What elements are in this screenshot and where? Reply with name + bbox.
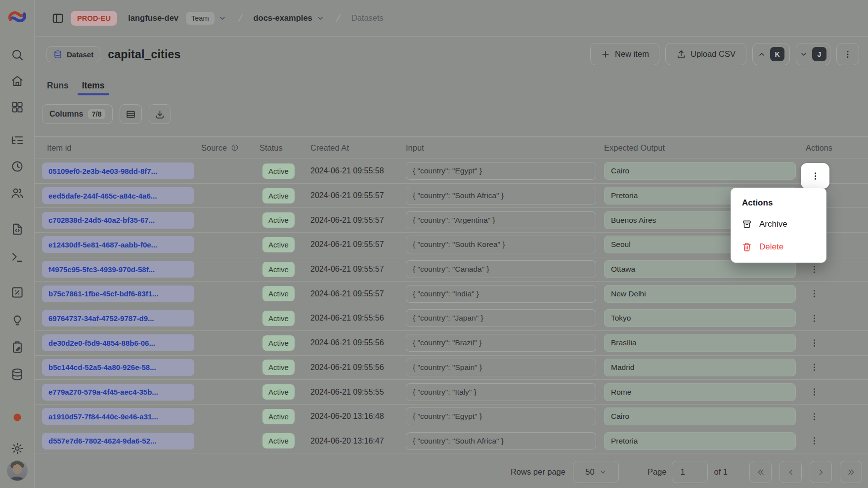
page-number-input[interactable]: 1 [672, 461, 708, 483]
project-switcher-chevron-icon[interactable] [316, 14, 324, 22]
export-button[interactable] [149, 104, 171, 124]
user-avatar[interactable] [7, 460, 28, 481]
status-badge: Active [262, 433, 295, 448]
sidebar-item-prompts-icon[interactable] [10, 223, 24, 236]
row-actions-menu-button[interactable] [804, 407, 824, 426]
item-id-link[interactable]: e779a270-579a-4f45-aec4-35b... [42, 384, 194, 401]
expected-output-cell-wrap: Brasília [604, 331, 802, 355]
langfuse-logo[interactable] [7, 6, 28, 27]
status-cell: Active [260, 257, 310, 282]
tab-items[interactable]: Items [78, 78, 109, 95]
org-breadcrumb[interactable]: langfuse-dev [128, 13, 178, 23]
item-id-link[interactable]: b75c7861-1fbe-45cf-bdf6-83f1... [42, 285, 194, 302]
page-total-label: of 1 [714, 467, 728, 477]
project-breadcrumb[interactable]: docs-examples [254, 13, 312, 23]
new-item-button[interactable]: New item [590, 43, 659, 65]
sidebar-item-users-icon[interactable] [10, 187, 24, 200]
input-cell-wrap: { "country": "Argentina" } [406, 208, 604, 232]
status-cell: Active [260, 282, 310, 306]
first-page-button[interactable] [749, 461, 772, 483]
sidebar-item-playground-icon[interactable] [10, 251, 24, 264]
expected-output-cell-wrap: Rome [604, 380, 802, 404]
row-actions-menu-button-open[interactable] [801, 163, 829, 189]
table-row[interactable]: 69764737-34af-4752-9787-d9... Active 202… [34, 306, 868, 331]
status-badge: Active [262, 163, 295, 179]
expected-output-cell: Pretoria [604, 432, 796, 450]
item-id-link[interactable]: e12430df-5e81-4687-aabb-f0e... [42, 236, 194, 253]
menu-item-delete[interactable]: Delete [735, 236, 822, 258]
org-plan-badge[interactable]: Team [186, 12, 214, 25]
sidebar-item-sessions-icon[interactable] [10, 160, 24, 173]
actions-cell [802, 306, 868, 330]
row-actions-menu-button[interactable] [804, 382, 824, 402]
expected-output-cell: Cairo [604, 407, 796, 425]
table-row[interactable]: b5c144cd-52a5-4a80-926e-58... Active 202… [34, 356, 868, 380]
prev-page-button[interactable] [780, 461, 802, 483]
table-row[interactable]: 05109ef0-2e3b-4e03-98dd-8f7... Active 20… [34, 159, 868, 184]
sidebar-toggle-button[interactable] [51, 12, 64, 25]
rows-icon [126, 109, 136, 120]
created-at-cell: 2024-06-21 09:55:56 [310, 331, 406, 355]
row-actions-menu-button[interactable] [804, 308, 824, 328]
sidebar-item-datasets-icon[interactable] [10, 368, 24, 381]
row-actions-menu-button[interactable] [804, 284, 824, 304]
table-row[interactable]: a1910d57-7f84-440c-9e46-a31... Active 20… [34, 405, 868, 429]
row-height-button[interactable] [120, 104, 142, 124]
upload-csv-button[interactable]: Upload CSV [665, 43, 746, 65]
tab-runs[interactable]: Runs [43, 78, 73, 95]
item-id-link[interactable]: b5c144cd-52a5-4a80-926e-58... [42, 359, 194, 376]
last-page-button[interactable] [840, 461, 862, 483]
source-cell [201, 405, 260, 429]
item-id-link[interactable]: 05109ef0-2e3b-4e03-98dd-8f7... [42, 163, 194, 179]
sidebar-item-home-icon[interactable] [10, 75, 24, 88]
sidebar-item-annotation-icon[interactable] [10, 341, 24, 354]
column-header-expected-output: Expected Output [604, 137, 802, 159]
sidebar-item-tracing-icon[interactable] [10, 134, 24, 147]
sidebar-item-dashboards-icon[interactable] [10, 101, 24, 114]
next-page-button[interactable] [810, 461, 832, 483]
item-id-link[interactable]: c702838d-24d5-40a2-bf35-67... [42, 212, 194, 229]
sidebar-item-search-icon[interactable] [10, 48, 24, 62]
item-id-link[interactable]: d557e7d6-7802-4624-9da6-52... [42, 433, 194, 449]
menu-item-archive[interactable]: Archive [735, 213, 822, 236]
status-cell: Active [260, 429, 310, 453]
table-row[interactable]: b75c7861-1fbe-45cf-bdf6-83f1... Active 2… [34, 282, 868, 306]
sidebar-item-insights-icon[interactable] [10, 314, 24, 327]
input-cell: { "country": "Italy" } [406, 383, 596, 401]
status-badge: Active [262, 409, 295, 424]
previous-item-button[interactable]: K [752, 43, 790, 65]
created-at-cell: 2024-06-21 09:55:56 [310, 306, 406, 330]
row-actions-menu-button[interactable] [804, 431, 824, 451]
actions-cell [802, 380, 868, 404]
org-switcher-chevron-icon[interactable] [218, 14, 226, 22]
item-id-cell: d557e7d6-7802-4624-9da6-52... [42, 429, 201, 453]
item-id-link[interactable]: f4975c95-5fc3-4939-970d-58f... [42, 261, 194, 278]
sidebar-item-settings-icon[interactable] [10, 442, 24, 455]
row-actions-menu-button[interactable] [804, 333, 824, 353]
item-id-link[interactable]: eed5dafe-244f-465c-a84c-4a6... [42, 187, 194, 204]
table-row[interactable]: e779a270-579a-4f45-aec4-35b... Active 20… [34, 380, 868, 405]
sidebar-item-evaluation-icon[interactable] [10, 286, 24, 299]
section-breadcrumb[interactable]: Datasets [351, 13, 384, 23]
item-id-cell: b75c7861-1fbe-45cf-bdf6-83f1... [42, 282, 201, 306]
next-item-button[interactable]: J [796, 43, 830, 65]
input-cell-wrap: { "country": "South Africa" } [406, 184, 604, 208]
item-id-link[interactable]: 69764737-34af-4752-9787-d9... [42, 310, 194, 326]
table-row[interactable]: d557e7d6-7802-4624-9da6-52... Active 202… [34, 429, 868, 454]
expected-output-cell: Cairo [604, 162, 796, 180]
item-id-link[interactable]: a1910d57-7f84-440c-9e46-a31... [42, 408, 194, 425]
actions-cell [802, 356, 868, 380]
topbar: PROD-EU langfuse-dev Team docs-examples … [34, 0, 868, 37]
item-id-cell: f4975c95-5fc3-4939-970d-58f... [42, 257, 201, 282]
chevron-down-icon [800, 50, 808, 58]
dataset-actions-menu-button[interactable] [836, 43, 859, 65]
row-actions-menu-button[interactable] [804, 358, 824, 377]
item-id-link[interactable]: de30d2e0-f5d9-4854-88b6-06... [42, 334, 194, 351]
chevron-down-icon [600, 469, 607, 476]
environment-badge: PROD-EU [71, 11, 117, 26]
rows-per-page-select[interactable]: 50 [573, 461, 619, 483]
table-row[interactable]: de30d2e0-f5d9-4854-88b6-06... Active 202… [34, 331, 868, 356]
expected-output-cell-wrap: Pretoria [604, 429, 802, 453]
columns-button[interactable]: Columns 7/8 [42, 104, 113, 124]
actions-cell [802, 405, 868, 429]
